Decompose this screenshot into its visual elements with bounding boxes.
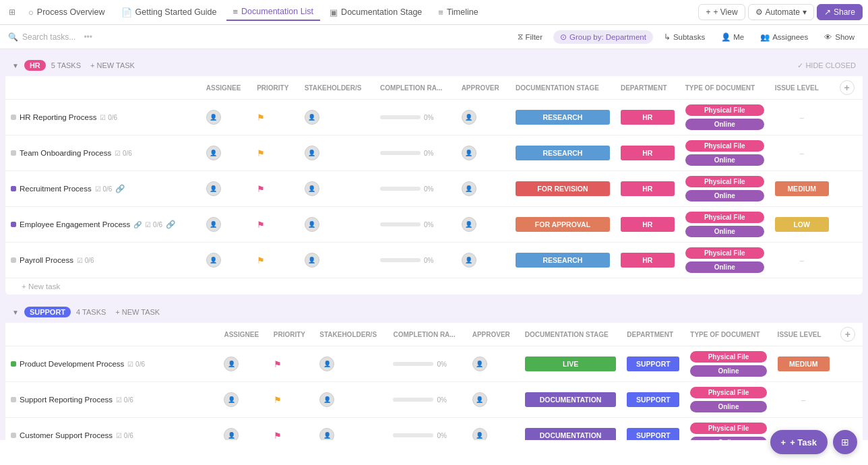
col-doc-stage-s: DOCUMENTATION STAGE — [520, 323, 622, 346]
col-add-s[interactable]: + — [835, 323, 863, 346]
avatar: 👤 — [206, 146, 221, 160]
task-name[interactable]: Recruitment Process ☑ 0/6 🔗 — [11, 184, 195, 193]
tab-documentation-list[interactable]: ≡ Documentation List — [226, 4, 321, 21]
add-field-button-s[interactable]: + — [840, 327, 855, 342]
task-name[interactable]: Payroll Process ☑ 0/6 — [11, 256, 195, 264]
col-type: TYPE OF DOCUMENT — [680, 76, 770, 100]
table-row[interactable]: Employee Engagement Process 🔗 ☑ 0/6 🔗 👤⚑… — [5, 207, 863, 243]
view-button[interactable]: + + View — [698, 4, 745, 20]
table-row[interactable]: Product Development Process ☑ 0/6 👤⚑👤 0%… — [5, 346, 863, 382]
search-box[interactable]: 🔍 Search tasks... ••• — [8, 32, 255, 42]
table-row[interactable]: Support Reporting Process ☑ 0/6 👤⚑👤 0% 👤… — [5, 382, 863, 418]
table-row[interactable]: Payroll Process ☑ 0/6 👤⚑👤 0% 👤RESEARCHHR… — [5, 243, 863, 278]
tab-process-overview[interactable]: ○ Process Overview — [22, 5, 112, 20]
assignee-cell: 👤 — [224, 392, 262, 407]
filter-button[interactable]: ⧖ Filter — [512, 30, 549, 43]
stage-badge[interactable]: RESEARCH — [516, 146, 610, 160]
section-toggle-hr[interactable]: ▼ — [12, 62, 19, 69]
task-name[interactable]: Product Development Process ☑ 0/6 — [11, 360, 213, 368]
task-check: ☑ 0/6 — [145, 221, 162, 228]
progress-bar-bg — [380, 222, 421, 226]
issue-badge: MEDIUM — [775, 181, 829, 196]
task-name[interactable]: Team Onboarding Process ☑ 0/6 — [11, 149, 195, 157]
type-badge: Physical File — [690, 387, 766, 398]
stakeholder-cell: 👤 — [319, 428, 382, 440]
group-by-label: Group by: Department — [569, 33, 646, 41]
hr-task-count: 5 TASKS — [51, 61, 81, 69]
approver-cell: 👤 — [462, 146, 505, 160]
col-stakeholder: STAKEHOLDER/S — [299, 76, 375, 100]
task-dot — [11, 397, 16, 402]
task-check: ☑ 0/6 — [100, 114, 117, 121]
tab-documentation-stage[interactable]: ▣ Documentation Stage — [323, 5, 429, 20]
dept-badge: SUPPORT — [627, 392, 679, 407]
task-name-text: Employee Engagement Process — [20, 220, 130, 228]
priority-flag: ⚑ — [257, 255, 265, 266]
me-button[interactable]: 👤 Me — [716, 30, 749, 44]
task-check: ☑ 0/6 — [127, 361, 145, 368]
progress-bar-bg — [380, 115, 421, 119]
col-stakeholder-s: STAKEHOLDER/S — [314, 323, 388, 346]
issue-badge: – — [778, 396, 830, 404]
grid-icon[interactable]: ⊞ — [5, 5, 19, 19]
search-icon: 🔍 — [8, 32, 18, 42]
table-row[interactable]: Recruitment Process ☑ 0/6 🔗 👤⚑👤 0% 👤FOR … — [5, 171, 863, 207]
task-name-text: Recruitment Process — [20, 185, 92, 193]
col-task-name-s — [5, 323, 218, 346]
stage-badge[interactable]: FOR REVISION — [516, 181, 610, 196]
bottom-bar: + + Task ⊞ — [770, 430, 857, 454]
task-name[interactable]: Support Reporting Process ☑ 0/6 — [11, 396, 213, 404]
share-button[interactable]: ↗ Share — [817, 4, 863, 20]
issue-badge: – — [775, 256, 829, 264]
table-row[interactable]: Customer Support Process ☑ 0/6 👤⚑👤 0% 👤D… — [5, 418, 863, 441]
view-label: + View — [713, 7, 737, 17]
settings-fab[interactable]: ⊞ — [833, 430, 857, 454]
new-task-row[interactable]: + New task — [5, 278, 863, 295]
subtasks-button[interactable]: ↳ Subtasks — [658, 30, 710, 44]
avatar: 👤 — [319, 392, 334, 407]
task-fab-label: + Task — [790, 437, 817, 447]
hide-closed-hr[interactable]: ✓ HIDE CLOSED — [797, 61, 856, 70]
section-toggle-support[interactable]: ▼ — [12, 309, 19, 316]
show-button[interactable]: 👁 Show — [819, 31, 860, 43]
stage-badge[interactable]: FOR APPROVAL — [516, 217, 610, 232]
col-issue: ISSUE LEVEL — [770, 76, 834, 100]
stage-badge[interactable]: DOCUMENTATION — [525, 428, 617, 440]
progress-bar: 0% — [393, 361, 461, 368]
tab-timeline[interactable]: ≡ Timeline — [431, 5, 485, 20]
add-task-fab[interactable]: + + Task — [770, 430, 828, 454]
col-add[interactable]: + — [834, 76, 863, 100]
search-more-icon[interactable]: ••• — [84, 32, 92, 42]
toolbar: 🔍 Search tasks... ••• ⧖ Filter ⊙ Group b… — [0, 25, 868, 49]
tab-getting-started-label: Getting Started Guide — [135, 7, 217, 17]
table-row[interactable]: HR Reporting Process ☑ 0/6 👤⚑👤 0% 👤RESEA… — [5, 100, 863, 135]
stage-badge[interactable]: LIVE — [525, 356, 617, 371]
dept-badge: SUPPORT — [627, 428, 679, 440]
new-task-support-button[interactable]: + NEW TASK — [111, 307, 164, 317]
stage-badge[interactable]: DOCUMENTATION — [525, 392, 617, 407]
table-row[interactable]: Team Onboarding Process ☑ 0/6 👤⚑👤 0% 👤RE… — [5, 135, 863, 171]
col-priority-s: PRIORITY — [268, 323, 315, 346]
task-name[interactable]: Employee Engagement Process 🔗 ☑ 0/6 🔗 — [11, 220, 195, 229]
col-assignee-s: ASSIGNEE — [218, 323, 268, 346]
automate-button[interactable]: ⚙ Automate ▾ — [748, 4, 814, 20]
priority-flag: ⚑ — [274, 431, 282, 441]
new-task-hr-button[interactable]: + NEW TASK — [86, 60, 139, 71]
task-check: ☑ 0/6 — [116, 432, 133, 439]
avatar: 👤 — [206, 253, 221, 268]
avatar: 👤 — [462, 253, 476, 268]
stage-badge[interactable]: RESEARCH — [516, 110, 610, 125]
assignees-button[interactable]: 👥 Assignees — [755, 30, 813, 44]
task-special-icon: 🔗 — [133, 221, 142, 228]
avatar: 👤 — [472, 428, 487, 440]
priority-flag: ⚑ — [274, 359, 282, 369]
new-task-label[interactable]: + New task — [5, 278, 863, 295]
avatar: 👤 — [319, 428, 334, 440]
tab-getting-started[interactable]: 📄 Getting Started Guide — [115, 5, 224, 20]
avatar: 👤 — [206, 217, 221, 232]
stage-badge[interactable]: RESEARCH — [516, 253, 610, 268]
group-by-button[interactable]: ⊙ Group by: Department — [553, 30, 653, 44]
add-field-button[interactable]: + — [840, 80, 855, 95]
task-name[interactable]: Customer Support Process ☑ 0/6 — [11, 431, 213, 439]
task-name[interactable]: HR Reporting Process ☑ 0/6 — [11, 113, 195, 121]
